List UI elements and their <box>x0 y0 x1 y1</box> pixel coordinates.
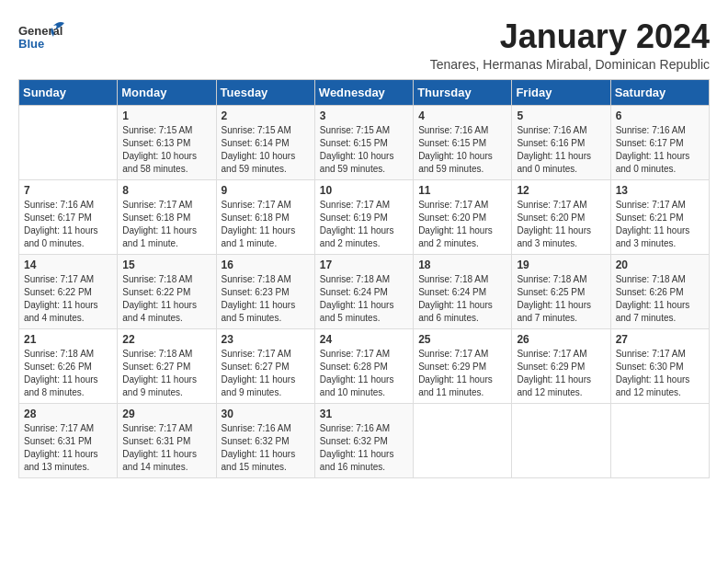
day-number: 16 <box>222 259 310 271</box>
day-info: Sunrise: 7:18 AM Sunset: 6:27 PM Dayligh… <box>122 348 210 399</box>
day-info: Sunrise: 7:17 AM Sunset: 6:20 PM Dayligh… <box>418 199 506 250</box>
calendar-week-5: 28Sunrise: 7:17 AM Sunset: 6:31 PM Dayli… <box>19 403 710 477</box>
day-info: Sunrise: 7:18 AM Sunset: 6:26 PM Dayligh… <box>24 348 112 399</box>
day-info: Sunrise: 7:17 AM Sunset: 6:27 PM Dayligh… <box>222 348 310 399</box>
day-number: 22 <box>122 333 210 346</box>
calendar-week-1: 1Sunrise: 7:15 AM Sunset: 6:13 PM Daylig… <box>19 105 710 179</box>
calendar-cell: 14Sunrise: 7:17 AM Sunset: 6:22 PM Dayli… <box>19 254 118 328</box>
day-info: Sunrise: 7:17 AM Sunset: 6:29 PM Dayligh… <box>517 348 605 399</box>
day-number: 27 <box>616 333 704 346</box>
calendar-cell: 23Sunrise: 7:17 AM Sunset: 6:27 PM Dayli… <box>216 328 314 403</box>
calendar-cell: 25Sunrise: 7:17 AM Sunset: 6:29 PM Dayli… <box>414 328 512 403</box>
day-info: Sunrise: 7:16 AM Sunset: 6:16 PM Dayligh… <box>517 124 605 176</box>
header-sunday: Sunday <box>19 79 118 105</box>
day-number: 4 <box>418 109 506 122</box>
day-number: 14 <box>24 259 112 271</box>
day-number: 13 <box>616 184 704 197</box>
day-info: Sunrise: 7:17 AM Sunset: 6:22 PM Dayligh… <box>24 273 112 325</box>
day-info: Sunrise: 7:18 AM Sunset: 6:23 PM Dayligh… <box>222 273 310 325</box>
calendar-cell: 26Sunrise: 7:17 AM Sunset: 6:29 PM Dayli… <box>512 328 610 403</box>
calendar-cell <box>512 403 610 477</box>
day-info: Sunrise: 7:16 AM Sunset: 6:17 PM Dayligh… <box>24 199 112 250</box>
calendar-cell: 9Sunrise: 7:17 AM Sunset: 6:18 PM Daylig… <box>216 179 314 254</box>
day-number: 26 <box>517 333 605 346</box>
calendar-header-row: SundayMondayTuesdayWednesdayThursdayFrid… <box>19 79 710 105</box>
day-info: Sunrise: 7:17 AM Sunset: 6:29 PM Dayligh… <box>418 348 506 399</box>
calendar-cell: 1Sunrise: 7:15 AM Sunset: 6:13 PM Daylig… <box>118 105 216 179</box>
calendar-cell: 10Sunrise: 7:17 AM Sunset: 6:19 PM Dayli… <box>314 179 413 254</box>
day-info: Sunrise: 7:15 AM Sunset: 6:15 PM Dayligh… <box>320 124 408 176</box>
header-monday: Monday <box>118 79 216 105</box>
day-number: 29 <box>122 408 210 420</box>
calendar-cell: 4Sunrise: 7:16 AM Sunset: 6:15 PM Daylig… <box>414 105 512 179</box>
calendar-cell: 19Sunrise: 7:18 AM Sunset: 6:25 PM Dayli… <box>512 254 610 328</box>
calendar-cell: 31Sunrise: 7:16 AM Sunset: 6:32 PM Dayli… <box>314 403 413 477</box>
calendar-cell: 29Sunrise: 7:17 AM Sunset: 6:31 PM Dayli… <box>118 403 216 477</box>
calendar-cell <box>19 105 118 179</box>
day-info: Sunrise: 7:17 AM Sunset: 6:30 PM Dayligh… <box>616 348 704 399</box>
day-number: 31 <box>320 408 408 420</box>
header-thursday: Thursday <box>414 79 512 105</box>
calendar-week-2: 7Sunrise: 7:16 AM Sunset: 6:17 PM Daylig… <box>19 179 710 254</box>
calendar-table: SundayMondayTuesdayWednesdayThursdayFrid… <box>18 79 710 478</box>
header-friday: Friday <box>512 79 610 105</box>
day-info: Sunrise: 7:17 AM Sunset: 6:28 PM Dayligh… <box>320 348 408 399</box>
day-number: 10 <box>320 184 408 197</box>
day-number: 19 <box>517 259 605 271</box>
day-info: Sunrise: 7:18 AM Sunset: 6:25 PM Dayligh… <box>517 273 605 325</box>
calendar-cell: 11Sunrise: 7:17 AM Sunset: 6:20 PM Dayli… <box>414 179 512 254</box>
calendar-cell: 2Sunrise: 7:15 AM Sunset: 6:14 PM Daylig… <box>216 105 314 179</box>
day-info: Sunrise: 7:16 AM Sunset: 6:15 PM Dayligh… <box>418 124 506 176</box>
page-header: General Blue January 2024 Tenares, Herma… <box>18 18 710 72</box>
day-number: 20 <box>616 259 704 271</box>
day-number: 12 <box>517 184 605 197</box>
calendar-cell: 20Sunrise: 7:18 AM Sunset: 6:26 PM Dayli… <box>610 254 709 328</box>
header-saturday: Saturday <box>610 79 709 105</box>
day-number: 28 <box>24 408 112 420</box>
calendar-cell: 22Sunrise: 7:18 AM Sunset: 6:27 PM Dayli… <box>118 328 216 403</box>
calendar-cell: 21Sunrise: 7:18 AM Sunset: 6:26 PM Dayli… <box>19 328 118 403</box>
day-number: 25 <box>418 333 506 346</box>
day-info: Sunrise: 7:18 AM Sunset: 6:22 PM Dayligh… <box>122 273 210 325</box>
day-number: 15 <box>122 259 210 271</box>
calendar-cell: 24Sunrise: 7:17 AM Sunset: 6:28 PM Dayli… <box>314 328 413 403</box>
calendar-cell: 5Sunrise: 7:16 AM Sunset: 6:16 PM Daylig… <box>512 105 610 179</box>
day-number: 17 <box>320 259 408 271</box>
day-info: Sunrise: 7:15 AM Sunset: 6:14 PM Dayligh… <box>222 124 310 176</box>
calendar-cell: 13Sunrise: 7:17 AM Sunset: 6:21 PM Dayli… <box>610 179 709 254</box>
calendar-cell <box>414 403 512 477</box>
calendar-week-4: 21Sunrise: 7:18 AM Sunset: 6:26 PM Dayli… <box>19 328 710 403</box>
day-number: 23 <box>222 333 310 346</box>
svg-text:General: General <box>18 24 63 38</box>
location-subtitle: Tenares, Hermanas Mirabal, Dominican Rep… <box>430 57 710 72</box>
day-info: Sunrise: 7:17 AM Sunset: 6:31 PM Dayligh… <box>122 422 210 474</box>
day-info: Sunrise: 7:15 AM Sunset: 6:13 PM Dayligh… <box>122 124 210 176</box>
month-title: January 2024 <box>430 18 710 55</box>
day-info: Sunrise: 7:16 AM Sunset: 6:32 PM Dayligh… <box>222 422 310 474</box>
day-number: 30 <box>222 408 310 420</box>
calendar-cell: 28Sunrise: 7:17 AM Sunset: 6:31 PM Dayli… <box>19 403 118 477</box>
calendar-cell <box>610 403 709 477</box>
day-number: 7 <box>24 184 112 197</box>
day-number: 6 <box>616 109 704 122</box>
calendar-cell: 6Sunrise: 7:16 AM Sunset: 6:17 PM Daylig… <box>610 105 709 179</box>
day-info: Sunrise: 7:17 AM Sunset: 6:31 PM Dayligh… <box>24 422 112 474</box>
day-number: 21 <box>24 333 112 346</box>
day-number: 3 <box>320 109 408 122</box>
calendar-week-3: 14Sunrise: 7:17 AM Sunset: 6:22 PM Dayli… <box>19 254 710 328</box>
day-info: Sunrise: 7:16 AM Sunset: 6:32 PM Dayligh… <box>320 422 408 474</box>
day-number: 1 <box>122 109 210 122</box>
calendar-cell: 17Sunrise: 7:18 AM Sunset: 6:24 PM Dayli… <box>314 254 413 328</box>
day-number: 9 <box>222 184 310 197</box>
day-info: Sunrise: 7:18 AM Sunset: 6:24 PM Dayligh… <box>418 273 506 325</box>
calendar-cell: 15Sunrise: 7:18 AM Sunset: 6:22 PM Dayli… <box>118 254 216 328</box>
day-info: Sunrise: 7:18 AM Sunset: 6:24 PM Dayligh… <box>320 273 408 325</box>
calendar-cell: 27Sunrise: 7:17 AM Sunset: 6:30 PM Dayli… <box>610 328 709 403</box>
calendar-cell: 30Sunrise: 7:16 AM Sunset: 6:32 PM Dayli… <box>216 403 314 477</box>
day-info: Sunrise: 7:17 AM Sunset: 6:21 PM Dayligh… <box>616 199 704 250</box>
header-tuesday: Tuesday <box>216 79 314 105</box>
day-info: Sunrise: 7:17 AM Sunset: 6:18 PM Dayligh… <box>222 199 310 250</box>
day-number: 11 <box>418 184 506 197</box>
header-wednesday: Wednesday <box>314 79 413 105</box>
title-section: January 2024 Tenares, Hermanas Mirabal, … <box>430 18 710 72</box>
